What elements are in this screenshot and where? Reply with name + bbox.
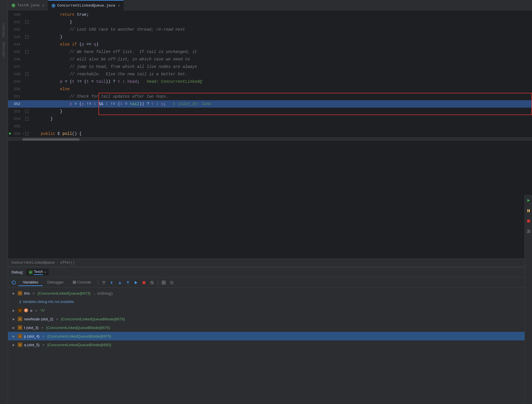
- code-line-355: 355: [8, 123, 532, 130]
- gutter-343: −: [24, 35, 30, 39]
- info-icon: ℹ: [19, 300, 21, 304]
- sep1: [98, 280, 98, 285]
- main-container: 340 return true; 341 − } 342: [8, 11, 532, 404]
- code-line-350: 350 else: [8, 85, 532, 93]
- tab-concurrent-close[interactable]: ✕: [118, 4, 120, 7]
- var-row-p[interactable]: ▶ ≡ p (slot_4) = {ConcurrentLinkedQueue$…: [8, 332, 532, 340]
- step-over-button[interactable]: [108, 279, 115, 286]
- code-line-344: 344 else if (p == q): [8, 41, 532, 48]
- step-into-button[interactable]: [116, 279, 123, 286]
- ln-353: 353: [8, 109, 24, 114]
- svg-rect-20: [527, 230, 528, 233]
- e-circle-icon: P: [24, 308, 28, 312]
- var-val-p: {ConcurrentLinkedQueue$Node@675}: [47, 334, 111, 338]
- var-row-newnode[interactable]: ▶ ≡ newNode (slot_2) = {ConcurrentLinked…: [8, 315, 532, 323]
- var-name-p: p (slot_4): [24, 334, 39, 338]
- breadcrumb-class: ConcurrentLinkedQueue: [11, 261, 55, 265]
- ln-354: 354: [8, 117, 24, 121]
- var-type-this: ... toString(): [92, 291, 113, 295]
- expand-t[interactable]: ▶: [13, 326, 16, 329]
- svg-line-8: [151, 281, 153, 284]
- debug-tab-close[interactable]: ✕: [44, 270, 46, 274]
- var-row-this[interactable]: ▶ ≡ this = {ConcurrentLinkedQueue@673} .…: [8, 289, 532, 297]
- code-line-353: 353 − }: [8, 108, 532, 115]
- var-name-t: t (slot_3): [24, 326, 39, 330]
- var-name-e: e: [30, 308, 32, 313]
- var-row-info: ℹ Variables debug info not available: [8, 297, 532, 306]
- tab-debugger[interactable]: Debugger: [43, 279, 68, 286]
- expand-newnode[interactable]: ▶: [13, 318, 16, 321]
- tab-testa[interactable]: G TestA.java ✕: [8, 0, 48, 11]
- tab-testa-label: TestA.java: [17, 3, 39, 7]
- code-content-349: p = (t != (t = tail)) ? t : head; head: …: [30, 78, 532, 85]
- code-content-343: }: [30, 33, 532, 41]
- ln-345: 345: [8, 50, 24, 54]
- code-line-354: 354 − }: [8, 115, 532, 123]
- fold-354[interactable]: −: [25, 117, 29, 121]
- var-val-newnode: {ConcurrentLinkedQueue$Node@676}: [61, 317, 125, 321]
- tab-console[interactable]: Console: [68, 279, 96, 286]
- fold-341[interactable]: −: [25, 20, 29, 24]
- fold-353[interactable]: −: [25, 110, 29, 113]
- expand-this[interactable]: ▶: [13, 292, 16, 295]
- debug-toolbar: Variables Debugger Console: [8, 277, 532, 288]
- ln-352: 352: [8, 102, 24, 106]
- grid-view-button[interactable]: [160, 279, 167, 286]
- fold-345[interactable]: −: [25, 50, 29, 54]
- fold-356[interactable]: −: [25, 132, 29, 135]
- expand-q[interactable]: ▶: [13, 343, 16, 346]
- expand-e[interactable]: ▶: [13, 309, 16, 312]
- ln-350: 350: [8, 87, 24, 91]
- variables-area[interactable]: ▶ ≡ this = {ConcurrentLinkedQueue@673} .…: [8, 288, 532, 404]
- fold-348[interactable]: −: [25, 72, 29, 76]
- left-sidebar: Project Leetcode: [0, 0, 8, 404]
- code-content-347: // jump to head, from which all live nod…: [30, 63, 532, 70]
- reload-button[interactable]: [10, 279, 17, 286]
- stop-button[interactable]: [141, 279, 147, 286]
- ln-343: 343: [8, 35, 24, 39]
- code-line-346: 346 // will also be off-list, in which c…: [8, 56, 532, 63]
- var-row-t[interactable]: ▶ ≡ t (slot_3) = {ConcurrentLinkedQueue$…: [8, 323, 532, 332]
- tab-bar: G TestA.java ✕ C ConcurrentLinkedQueue.j…: [0, 0, 532, 11]
- step-out-button[interactable]: [124, 279, 131, 286]
- leetcode-label[interactable]: Leetcode: [2, 42, 5, 58]
- var-eq-newnode: =: [55, 317, 59, 321]
- code-content-341: }: [30, 18, 532, 26]
- var-val-q: {ConcurrentLinkedQueue$Node@683}: [47, 343, 111, 347]
- code-scrollbar-h[interactable]: [8, 137, 532, 141]
- tab-concurrent[interactable]: C ConcurrentLinkedQueue.java ✕: [48, 0, 124, 11]
- ln-347: 347: [8, 65, 24, 69]
- svg-rect-10: [164, 281, 165, 282]
- gutter-348: −: [24, 72, 30, 76]
- var-name-newnode: newNode (slot_2): [24, 317, 53, 321]
- svg-rect-6: [143, 281, 145, 284]
- concurrent-icon: C: [52, 4, 56, 8]
- code-content-346: // will also be off-list, in which case …: [30, 56, 532, 63]
- debug-stop-btn[interactable]: [526, 218, 531, 224]
- mute-breakpoints-button[interactable]: [149, 279, 155, 286]
- debug-pause-btn[interactable]: [526, 208, 531, 214]
- debug-panel: Debug: TestA ✕ Variables: [8, 267, 532, 404]
- var-row-q[interactable]: ▶ ≡ q (slot_5) = {ConcurrentLinkedQueue$…: [8, 340, 532, 349]
- columns-view-button[interactable]: [168, 279, 175, 286]
- scroll-thumb[interactable]: [22, 138, 80, 141]
- debug-run-btn[interactable]: [526, 198, 531, 203]
- fold-343[interactable]: −: [25, 35, 29, 39]
- right-sidebar: [525, 195, 532, 404]
- run-to-cursor-button[interactable]: [132, 279, 139, 286]
- project-label[interactable]: Project: [2, 23, 5, 37]
- code-content-353: }: [30, 108, 532, 115]
- code-editor[interactable]: 340 return true; 341 − } 342: [8, 11, 532, 259]
- code-line-347: 347 // jump to head, from which all live…: [8, 63, 532, 70]
- tab-variables[interactable]: Variables: [18, 279, 43, 286]
- var-icon-q: ≡: [18, 342, 22, 347]
- tab-testa-close[interactable]: ✕: [42, 3, 44, 7]
- structure-toggle[interactable]: [526, 228, 531, 234]
- var-icon-newnode: ≡: [18, 317, 22, 321]
- var-row-e[interactable]: ▶ ≡ P e = "A": [8, 306, 532, 315]
- filter-button[interactable]: [100, 279, 107, 286]
- ln-351: 351: [8, 94, 24, 99]
- expand-p[interactable]: ▶: [13, 335, 16, 338]
- svg-rect-22: [529, 232, 530, 233]
- var-val-t: {ConcurrentLinkedQueue$Node@675}: [46, 326, 110, 330]
